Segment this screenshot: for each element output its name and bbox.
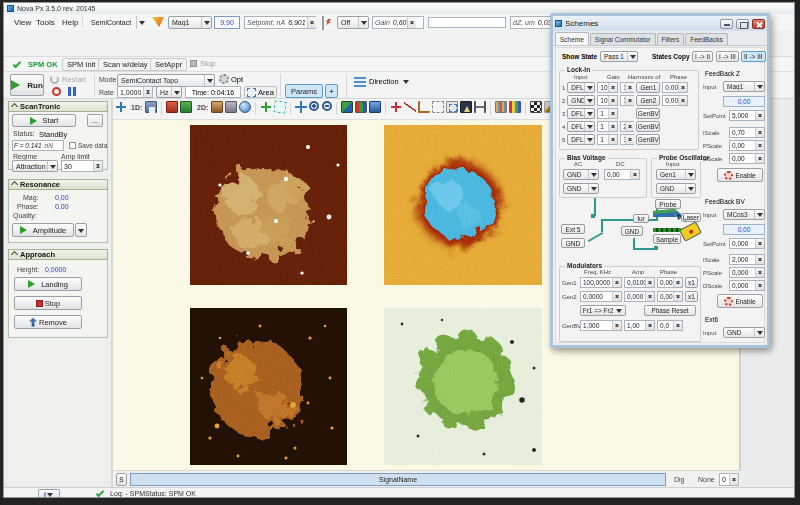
genbv-phase-spinner[interactable]: 0,0 (657, 320, 683, 331)
lockin-src-button[interactable]: Gen1 (636, 82, 660, 93)
scantronic-start-button[interactable]: Start (12, 114, 76, 127)
lockin-input-select[interactable]: DFL (567, 82, 595, 93)
menu-tools[interactable]: Tools (34, 17, 57, 28)
osc-input1-select[interactable]: Gen1 (656, 169, 696, 180)
gen2-freq-spinner[interactable]: 0,0000 (580, 291, 622, 302)
gen2-phase-spinner[interactable]: 0,00 (657, 291, 683, 302)
lockin-phase-spinner[interactable]: 0,00 (662, 95, 688, 106)
bias-ac-select[interactable]: GND (563, 169, 599, 180)
copy-1-2-button[interactable]: I -> II (692, 51, 713, 62)
spinner-arrows-icon[interactable] (307, 17, 316, 28)
fbz-dscale-spinner[interactable]: 0,00 (729, 153, 765, 164)
menu-help[interactable]: Help (60, 17, 80, 28)
spinner-arrows-icon[interactable] (755, 141, 764, 150)
lockin-phase-spinner[interactable]: 0,00 (662, 82, 688, 93)
osc-input2-select[interactable]: GND (656, 183, 696, 194)
fbbv-enable-button[interactable]: Enable (717, 294, 763, 308)
spinner-arrows-icon[interactable] (608, 83, 617, 92)
curves-view-icon[interactable] (166, 101, 178, 113)
tab-filters[interactable]: Filters (657, 33, 685, 45)
run-button[interactable]: Run (10, 74, 44, 96)
approach-stop-button[interactable]: Stop (14, 296, 82, 310)
setappr-button[interactable]: SetAppr (150, 58, 187, 71)
probe-icon[interactable] (152, 17, 164, 27)
spinner-arrows-icon[interactable] (608, 122, 617, 131)
spinner-arrows-icon[interactable] (625, 135, 634, 144)
gain-spinner[interactable]: Gain0,60 (372, 16, 424, 29)
spinner-arrows-icon[interactable] (630, 170, 639, 179)
line-tool-icon[interactable] (404, 101, 416, 113)
lockin-input-select[interactable]: DFL (567, 108, 595, 119)
spinner-arrows-icon[interactable] (612, 292, 621, 301)
colorbar-icon[interactable] (509, 101, 521, 113)
section-icon[interactable] (474, 101, 486, 113)
spinner-arrows-icon[interactable] (645, 292, 654, 301)
genbv-amp-spinner[interactable]: 1,00 (624, 320, 655, 331)
scan-image-mag[interactable] (190, 308, 347, 465)
lockin-harm-spinner[interactable]: 1 (620, 82, 634, 93)
rate-unit-select[interactable]: Hz (156, 86, 182, 98)
params-button[interactable]: Params (285, 84, 323, 98)
ext6-input-select[interactable]: GND (723, 327, 765, 338)
fbz-setpoint-spinner[interactable]: 5,000 (729, 110, 765, 121)
add-marker-icon[interactable] (390, 101, 402, 113)
sample-box[interactable]: Sample (653, 234, 681, 244)
spinner-arrows-icon[interactable] (612, 321, 621, 330)
phase-reset-button[interactable]: Phase Reset (644, 305, 696, 316)
mask-icon[interactable] (460, 101, 472, 113)
lockin-gain-spinner[interactable]: 1 (597, 134, 618, 145)
opt-button[interactable]: Opt (219, 74, 243, 84)
spinner-arrows-icon[interactable] (755, 128, 764, 137)
polygon-icon[interactable] (273, 100, 287, 114)
spm-init-button[interactable]: SPM Init (62, 58, 100, 71)
signal-value-field[interactable]: 9,90 (214, 16, 240, 29)
spinner-arrows-icon[interactable] (645, 321, 654, 330)
save-data-checkbox[interactable] (69, 142, 76, 149)
bias-dc-spinner[interactable]: 0,00 (604, 169, 640, 180)
spinner-arrows-icon[interactable] (755, 255, 764, 264)
gen2-x1-button[interactable]: x1 (685, 291, 698, 302)
amplitude-dropdown-button[interactable] (75, 223, 87, 237)
scan-image-topo[interactable] (190, 125, 347, 285)
spinner-arrows-icon[interactable] (608, 135, 617, 144)
remove-button[interactable]: Remove (14, 315, 82, 329)
close-button[interactable] (752, 19, 765, 29)
scan-image-icon[interactable] (211, 101, 223, 113)
lockin-src-button[interactable]: Gen2 (636, 95, 660, 106)
record-icon[interactable] (52, 87, 61, 96)
lockin-harm-spinner[interactable]: 3 (620, 134, 634, 145)
regime-select[interactable]: Attraction (12, 160, 58, 172)
resonance-header[interactable]: Resonance (8, 179, 108, 190)
spinner-arrows-icon[interactable] (625, 96, 634, 105)
spinner-arrows-icon[interactable] (673, 278, 682, 287)
gen1-phase-spinner[interactable]: 0,00 (657, 277, 683, 288)
fbbv-pscale-spinner[interactable]: 0,000 (729, 267, 765, 278)
collapse-icon[interactable] (11, 181, 18, 188)
capture-icon[interactable] (225, 101, 237, 113)
signal-s-button[interactable]: S (116, 473, 127, 486)
spinner-arrows-icon[interactable] (673, 292, 682, 301)
signal-name-button[interactable]: SignalName (130, 473, 666, 486)
landing-button[interactable]: Landing (14, 277, 82, 291)
tab-signal-commutator[interactable]: Signal Commutator (590, 33, 656, 45)
copy-2-3-button[interactable]: II -> III (741, 51, 766, 62)
pan-icon[interactable] (295, 101, 307, 113)
gnd-left-box[interactable]: GND (561, 238, 585, 248)
save-icon[interactable] (145, 101, 157, 113)
spinner-arrows-icon[interactable] (729, 474, 738, 485)
zoom-in-icon[interactable] (309, 101, 319, 111)
gnd-mid-box[interactable]: GND (621, 226, 643, 236)
gen2-amp-spinner[interactable]: 0,000 (624, 291, 655, 302)
minimize-button[interactable] (720, 19, 733, 29)
lockin-src-button[interactable]: GenBV (636, 108, 660, 119)
hv-select[interactable]: Off (337, 16, 369, 29)
scan-image-phase[interactable] (384, 125, 542, 285)
lockin-gain-spinner[interactable]: 10,0 (597, 82, 618, 93)
tab-scheme[interactable]: Scheme (555, 32, 589, 45)
move-region-icon[interactable] (446, 101, 458, 113)
spinner-arrows-icon[interactable] (407, 17, 416, 28)
fbz-input-select[interactable]: Mag1 (723, 81, 765, 92)
angle-tool-icon[interactable] (418, 101, 430, 113)
approach-header[interactable]: Approach (8, 249, 108, 260)
direction-select[interactable]: Direction (354, 76, 410, 87)
